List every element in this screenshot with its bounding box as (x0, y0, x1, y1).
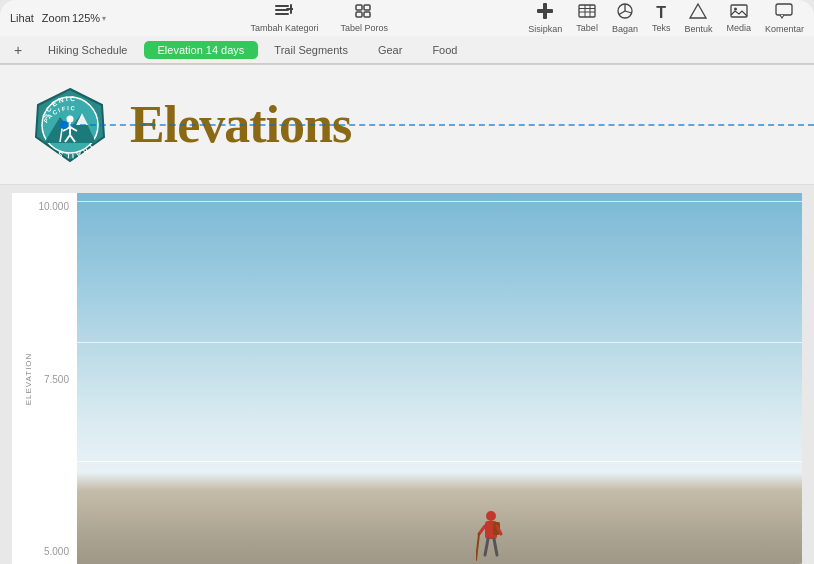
tabel-poros-button[interactable]: Tabel Poros (340, 4, 388, 33)
toolbar-right-group: Sisipkan Tabel Bagan T Teks (528, 3, 804, 34)
tabel-label: Tabel (576, 23, 598, 33)
sisipkan-icon (537, 3, 553, 23)
tabel-poros-label: Tabel Poros (340, 23, 388, 33)
bagan-label: Bagan (612, 24, 638, 34)
tambah-kategori-label: Tambah Kategori (250, 23, 318, 33)
svg-line-41 (494, 539, 497, 555)
svg-point-19 (734, 7, 737, 10)
tambah-kategori-button[interactable]: Tambah Kategori (250, 4, 318, 33)
add-tab-button[interactable]: + (8, 40, 28, 60)
svg-rect-6 (364, 5, 370, 10)
svg-rect-2 (275, 13, 289, 15)
toolbar-top-row: Lihat Zoom 125% ▾ Tambah Kategori Tabe (0, 0, 814, 36)
y-tick-10000: 10.000 (20, 201, 77, 212)
svg-rect-20 (776, 4, 792, 15)
teks-icon: T (656, 4, 666, 22)
sheet-title: Elevations (130, 95, 351, 154)
sisipkan-label: Sisipkan (528, 24, 562, 34)
zoom-control[interactable]: Zoom 125% ▾ (42, 12, 106, 24)
tabel-button[interactable]: Tabel (576, 4, 598, 33)
bentuk-icon (689, 3, 707, 23)
bagan-icon (617, 3, 633, 23)
media-button[interactable]: Media (726, 4, 751, 33)
svg-rect-0 (275, 5, 289, 7)
zoom-text: Zoom (42, 12, 70, 24)
komentar-icon (775, 3, 793, 23)
content-area: SCENIC PACIFIC TRAILS Elevations (0, 65, 814, 564)
tabel-icon (578, 4, 596, 22)
teks-button[interactable]: T Teks (652, 4, 671, 33)
komentar-label: Komentar (765, 24, 804, 34)
hiker-figure (476, 510, 506, 564)
svg-rect-18 (731, 5, 747, 17)
chart-background (77, 193, 802, 564)
komentar-button[interactable]: Komentar (765, 3, 804, 34)
bagan-button[interactable]: Bagan (612, 3, 638, 34)
svg-rect-8 (364, 12, 370, 17)
y-axis-label: ELEVATION (24, 353, 33, 406)
svg-line-42 (476, 534, 479, 560)
grid-line-mid (77, 342, 802, 343)
svg-line-40 (485, 539, 488, 555)
y-tick-5000: 5.000 (20, 546, 77, 557)
teks-label: Teks (652, 23, 671, 33)
tab-gear[interactable]: Gear (364, 41, 416, 59)
y-axis: ELEVATION 10.000 7.500 5.000 (12, 193, 77, 564)
media-label: Media (726, 23, 751, 33)
tab-trail-segments[interactable]: Trail Segments (260, 41, 362, 59)
tab-elevation-14-days[interactable]: Elevation 14 days (144, 41, 259, 59)
svg-rect-7 (356, 12, 362, 17)
svg-rect-4 (286, 8, 293, 10)
bentuk-label: Bentuk (684, 24, 712, 34)
tabel-poros-icon (355, 4, 373, 22)
svg-point-25 (67, 115, 74, 122)
svg-line-38 (479, 526, 485, 534)
view-zoom: Lihat Zoom 125% ▾ (10, 12, 106, 24)
svg-rect-5 (356, 5, 362, 10)
svg-marker-17 (690, 4, 706, 18)
svg-point-35 (486, 511, 496, 521)
chart-plot (77, 193, 802, 564)
toolbar: Lihat Zoom 125% ▾ Tambah Kategori Tabe (0, 0, 814, 65)
logo-badge: SCENIC PACIFIC TRAILS (30, 85, 110, 165)
bentuk-button[interactable]: Bentuk (684, 3, 712, 34)
tabs-row: + Hiking Schedule Elevation 14 days Trai… (0, 36, 814, 64)
toolbar-left-group: Lihat Zoom 125% ▾ (10, 12, 110, 24)
svg-rect-11 (579, 5, 595, 17)
svg-rect-10 (537, 9, 553, 13)
grid-line-top (77, 201, 802, 202)
zoom-value: 125% (72, 12, 100, 24)
tab-food[interactable]: Food (418, 41, 471, 59)
sisipkan-button[interactable]: Sisipkan (528, 3, 562, 34)
chevron-down-icon: ▾ (102, 14, 106, 23)
chart-section: ELEVATION 10.000 7.500 5.000 (12, 193, 802, 564)
tab-hiking-schedule[interactable]: Hiking Schedule (34, 41, 142, 59)
sheet-header: SCENIC PACIFIC TRAILS Elevations (0, 65, 814, 185)
view-label[interactable]: Lihat (10, 12, 34, 24)
grid-line-bottom (77, 461, 802, 462)
media-icon (730, 4, 748, 22)
toolbar-center-group: Tambah Kategori Tabel Poros (110, 4, 528, 33)
tambah-kategori-icon (275, 4, 293, 22)
